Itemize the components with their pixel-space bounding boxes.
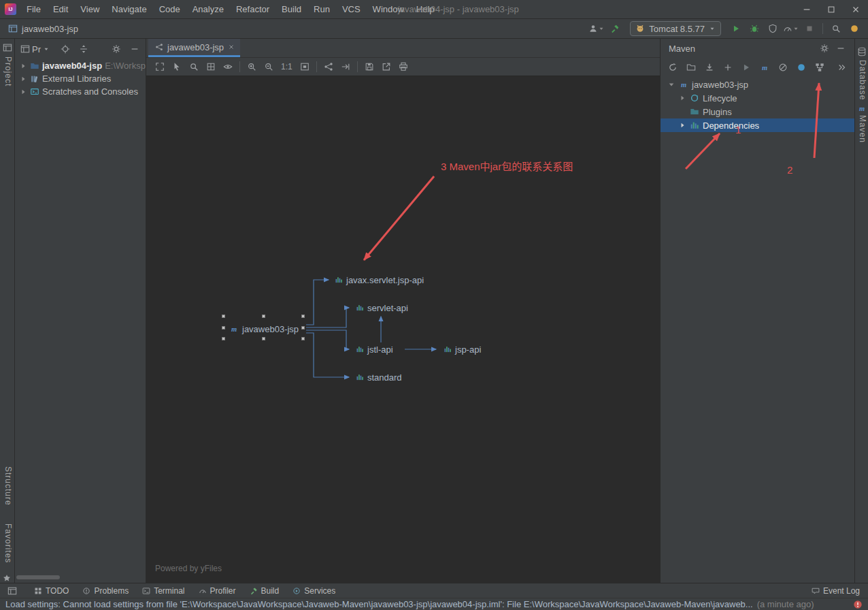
tree-row-project-root[interactable]: javaweb04-jsp E:\Worksp	[15, 59, 146, 72]
project-toolwindow-icon[interactable]	[3, 43, 12, 52]
toolwindow-button-maven[interactable]: Maven	[858, 115, 867, 143]
save-diagram-icon[interactable]	[361, 59, 378, 74]
menu-analyze[interactable]: Analyze	[186, 0, 230, 18]
locate-file-icon[interactable]	[57, 42, 73, 57]
skip-tests-icon[interactable]	[775, 60, 791, 75]
reload-maven-projects-icon[interactable]	[665, 60, 681, 75]
build-hammer-icon[interactable]	[607, 21, 623, 36]
diagram-node-dep[interactable]: jsp-api	[444, 342, 481, 356]
toolwindow-button-database[interactable]: Database	[858, 60, 867, 100]
close-button[interactable]	[844, 0, 868, 18]
fit-window-icon[interactable]	[297, 59, 313, 74]
download-sources-icon[interactable]	[701, 60, 718, 75]
grid-mode-icon[interactable]	[203, 59, 219, 74]
chevron-right-icon[interactable]	[678, 121, 686, 129]
generate-sources-icon[interactable]	[683, 60, 699, 75]
add-maven-project-icon[interactable]	[720, 60, 736, 75]
resize-handle[interactable]	[222, 315, 225, 318]
notification-message[interactable]: Load settings: Cannot load settings from…	[5, 599, 753, 609]
menu-view[interactable]: View	[74, 0, 105, 18]
project-view-dropdown[interactable]: Pr	[32, 44, 41, 54]
resize-handle[interactable]	[301, 337, 305, 340]
statusbar-todo[interactable]: TODO	[34, 586, 69, 596]
chevron-right-icon[interactable]	[19, 88, 27, 96]
magnifier-mode-icon[interactable]	[186, 59, 202, 74]
maven-profiles-icon[interactable]	[793, 60, 809, 75]
hide-panel-icon[interactable]	[127, 42, 143, 57]
zoom-in-icon[interactable]	[244, 59, 260, 74]
maven-tree-dependencies[interactable]: Dependencies	[661, 118, 854, 132]
show-edge-labels-icon[interactable]	[320, 59, 337, 74]
tree-row-external-libraries[interactable]: External Libraries	[15, 72, 146, 85]
horizontal-scrollbar[interactable]	[16, 575, 60, 579]
chevron-down-icon[interactable]	[667, 80, 675, 89]
menu-run[interactable]: Run	[307, 0, 336, 18]
diagram-canvas[interactable]: javaweb03-jsp javax.servlet.jsp-api serv…	[146, 76, 660, 583]
run-maven-build-icon[interactable]	[738, 60, 754, 75]
toolwindow-button-structure[interactable]: Structure	[3, 466, 13, 506]
toolwindow-button-favorites[interactable]: Favorites	[3, 524, 13, 563]
search-everywhere-icon[interactable]	[828, 21, 844, 36]
statusbar-terminal[interactable]: Terminal	[142, 586, 184, 596]
minimize-button[interactable]	[795, 0, 819, 18]
zoom-reset-button[interactable]: 1:1	[278, 62, 296, 71]
favorites-star-icon[interactable]	[3, 574, 11, 582]
coverage-button[interactable]	[765, 21, 781, 36]
preview-icon[interactable]	[220, 59, 236, 74]
diagram-node-dep[interactable]: standard	[356, 370, 402, 384]
resize-handle[interactable]	[222, 337, 225, 340]
update-notification-icon[interactable]	[846, 21, 863, 36]
resize-handle[interactable]	[262, 337, 265, 340]
statusbar-build[interactable]: Build	[250, 586, 280, 596]
gear-icon[interactable]	[816, 41, 833, 56]
show-dependencies-diagram-icon[interactable]	[812, 60, 828, 75]
maven-tree-root[interactable]: javaweb03-jsp	[661, 78, 854, 91]
close-tab-icon[interactable]	[228, 44, 235, 50]
menu-file[interactable]: File	[20, 0, 47, 18]
maven-tree-lifecycle[interactable]: Lifecycle	[661, 91, 854, 105]
chevron-right-icon[interactable]	[19, 62, 27, 70]
chevron-right-icon[interactable]	[19, 75, 27, 83]
menu-navigate[interactable]: Navigate	[105, 0, 152, 18]
menu-code[interactable]: Code	[153, 0, 186, 18]
run-config-select[interactable]: Tomcat 8.5.77	[630, 21, 721, 36]
menu-vcs[interactable]: VCS	[336, 0, 367, 18]
menu-refactor[interactable]: Refactor	[230, 0, 276, 18]
profiler-button[interactable]	[783, 21, 799, 36]
maven-tree-plugins[interactable]: Plugins	[661, 105, 854, 118]
menu-edit[interactable]: Edit	[47, 0, 74, 18]
error-notification-icon[interactable]	[853, 600, 863, 609]
diagram-node-dep[interactable]: javax.servlet.jsp-api	[335, 273, 424, 287]
zoom-out-icon[interactable]	[261, 59, 277, 74]
gear-icon[interactable]	[108, 42, 124, 57]
toolwindow-button-project[interactable]: Project	[3, 57, 13, 86]
resize-handle[interactable]	[301, 315, 305, 318]
menu-build[interactable]: Build	[276, 0, 307, 18]
tree-row-scratches[interactable]: Scratches and Consoles	[15, 85, 146, 98]
maven-toolwindow-icon[interactable]	[857, 103, 867, 113]
breadcrumb[interactable]: javaweb03-jsp	[8, 24, 78, 34]
resize-handle[interactable]	[222, 326, 225, 330]
selection-mode-icon[interactable]	[169, 59, 185, 74]
collapse-all-icon[interactable]	[76, 42, 92, 57]
editor-tab[interactable]: javaweb03-jsp	[148, 39, 240, 57]
chevron-right-icon[interactable]	[678, 94, 686, 102]
event-log-button[interactable]: Event Log	[812, 586, 860, 596]
run-button[interactable]	[728, 21, 744, 36]
diagram-node-dep[interactable]: servlet-api	[356, 301, 408, 315]
execute-maven-goal-icon[interactable]	[756, 60, 773, 75]
maximize-button[interactable]	[819, 0, 844, 18]
debug-button[interactable]	[746, 21, 763, 36]
statusbar-problems[interactable]: Problems	[82, 586, 129, 596]
diagram-node-root[interactable]: javaweb03-jsp	[229, 322, 299, 336]
resize-handle[interactable]	[301, 326, 305, 330]
print-icon[interactable]	[395, 59, 412, 74]
diagram-node-dep[interactable]: jstl-api	[356, 342, 393, 356]
statusbar-profiler[interactable]: Profiler	[199, 586, 236, 596]
stop-button[interactable]	[801, 21, 818, 36]
toolwindow-switcher-icon[interactable]	[4, 583, 20, 598]
more-actions-icon[interactable]	[834, 60, 850, 75]
route-edges-icon[interactable]	[337, 59, 354, 74]
resize-handle[interactable]	[262, 315, 265, 318]
fit-content-icon[interactable]	[152, 59, 168, 74]
